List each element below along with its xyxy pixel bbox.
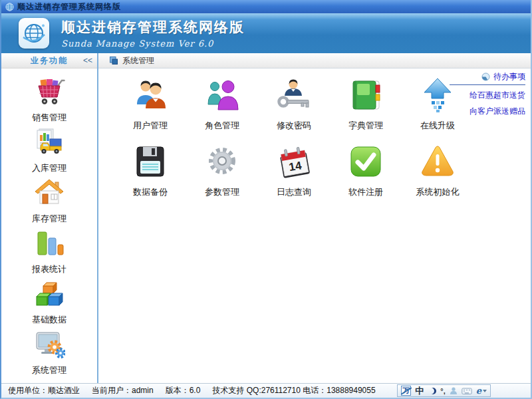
module-user-management[interactable]: 用户管理 bbox=[114, 76, 186, 131]
sidebar-item-label: 销售管理 bbox=[32, 112, 66, 124]
status-support: 技术支持 QQ:276112710 电话：13888949055 bbox=[212, 385, 375, 396]
sidebar-item-sales[interactable]: 销售管理 bbox=[1, 74, 97, 124]
calendar-day-number: 14 bbox=[288, 159, 303, 174]
todo-link-delivery[interactable]: 给百惠超市送货 bbox=[450, 90, 525, 101]
sidebar-item-label: 入库管理 bbox=[32, 162, 66, 174]
ime-options-icon: e bbox=[476, 386, 481, 396]
ime-language-toggle[interactable]: 中 bbox=[415, 385, 424, 397]
sidebar-item-system[interactable]: 系统管理 bbox=[1, 327, 97, 377]
module-label: 参数管理 bbox=[205, 186, 239, 198]
sidebar: 业务功能 << bbox=[1, 53, 98, 383]
cubes-icon bbox=[33, 277, 65, 312]
title-bar: 顺达进销存管理系统网络版 bbox=[1, 0, 531, 13]
dropdown-arrow-icon bbox=[483, 390, 487, 392]
module-role-management[interactable]: 角色管理 bbox=[186, 76, 258, 131]
module-change-password[interactable]: 修改密码 bbox=[258, 76, 330, 131]
page-subtitle: Sunda Manage System Ver 6.0 bbox=[61, 39, 245, 49]
documents-truck-icon bbox=[33, 126, 65, 160]
module-label: 字典管理 bbox=[348, 120, 383, 132]
sidebar-item-label: 报表统计 bbox=[32, 263, 66, 275]
ime-options-button[interactable]: e bbox=[476, 386, 487, 396]
warning-triangle-icon bbox=[419, 143, 456, 183]
calendar-icon: 14 bbox=[275, 143, 313, 183]
window-tab-icon bbox=[109, 56, 118, 65]
app-window: 顺达进销存管理系统网络版 顺达进销存管理系统网络版 Sunda Manage S… bbox=[0, 0, 532, 399]
sidebar-item-inventory[interactable]: 库存管理 bbox=[1, 175, 97, 225]
module-label: 在线升级 bbox=[420, 120, 455, 132]
house-icon bbox=[33, 176, 65, 211]
users-icon bbox=[132, 76, 169, 116]
module-label: 系统初始化 bbox=[416, 186, 460, 198]
module-label: 用户管理 bbox=[133, 120, 168, 132]
check-mark-icon bbox=[347, 143, 384, 183]
module-software-register[interactable]: 软件注册 bbox=[330, 143, 402, 198]
module-icon-grid: 用户管理 角色管理 bbox=[114, 76, 473, 198]
header-text: 顺达进销存管理系统网络版 Sunda Manage System Ver 6.0 bbox=[61, 18, 245, 49]
app-header: 顺达进销存管理系统网络版 Sunda Manage System Ver 6.0 bbox=[1, 13, 531, 53]
tab-bar: 系统管理 bbox=[98, 53, 531, 68]
todo-title-link[interactable]: 待办事项 bbox=[450, 71, 525, 85]
sidebar-item-basedata[interactable]: 基础数据 bbox=[1, 276, 97, 327]
module-label: 修改密码 bbox=[277, 120, 311, 132]
sidebar-header: 业务功能 << bbox=[1, 53, 97, 68]
module-label: 角色管理 bbox=[205, 120, 239, 132]
module-label: 日志查询 bbox=[277, 186, 311, 198]
status-version: 版本：6.0 bbox=[166, 385, 201, 396]
ime-language-bar: 万 中 °, e bbox=[397, 384, 491, 397]
status-bar: 使用单位：顺达酒业 当前用户：admin 版本：6.0 技术支持 QQ:2761… bbox=[1, 383, 531, 398]
sidebar-item-label: 库存管理 bbox=[32, 213, 66, 225]
app-logo-icon bbox=[19, 18, 49, 49]
todo-panel: 待办事项 给百惠超市送货 向客户派送赠品 bbox=[450, 71, 525, 117]
shopping-cart-icon bbox=[33, 75, 65, 110]
floppy-disk-icon bbox=[132, 143, 169, 183]
body-row: 业务功能 << bbox=[1, 53, 531, 383]
content-area: 用户管理 角色管理 bbox=[98, 68, 531, 383]
module-system-initialize[interactable]: 系统初始化 bbox=[402, 143, 473, 198]
main-panel: 系统管理 bbox=[98, 53, 531, 383]
module-dictionary-management[interactable]: 字典管理 bbox=[330, 76, 402, 131]
module-data-backup[interactable]: 数据备份 bbox=[114, 143, 186, 198]
green-book-icon bbox=[347, 76, 384, 116]
status-current-user: 当前用户：admin bbox=[92, 385, 154, 396]
ime-fullwidth-toggle[interactable]: 万 bbox=[401, 386, 411, 396]
sidebar-item-reports[interactable]: 报表统计 bbox=[1, 225, 97, 276]
todo-title-label: 待办事项 bbox=[493, 71, 525, 82]
module-label: 软件注册 bbox=[348, 186, 383, 198]
ime-user-icon[interactable] bbox=[450, 387, 458, 395]
module-label: 数据备份 bbox=[133, 186, 168, 198]
tab-system-management[interactable]: 系统管理 bbox=[102, 53, 161, 68]
ime-punctuation-toggle[interactable]: °, bbox=[440, 387, 445, 395]
module-log-query[interactable]: 14 日志查询 bbox=[258, 143, 330, 198]
app-globe-icon bbox=[5, 3, 14, 11]
window-title: 顺达进销存管理系统网络版 bbox=[17, 1, 121, 13]
user-key-icon bbox=[275, 76, 313, 116]
collapse-sidebar-button[interactable]: << bbox=[83, 56, 92, 65]
role-figures-icon bbox=[203, 76, 241, 116]
gear-icon bbox=[203, 143, 241, 183]
tab-label: 系统管理 bbox=[122, 55, 154, 66]
sidebar-item-inbound[interactable]: 入库管理 bbox=[1, 124, 97, 175]
ime-shape-moon-icon[interactable] bbox=[428, 388, 434, 394]
page-title: 顺达进销存管理系统网络版 bbox=[61, 18, 245, 37]
sidebar-item-label: 基础数据 bbox=[32, 314, 66, 326]
ime-keyboard-icon[interactable] bbox=[462, 387, 472, 395]
sidebar-title: 业务功能 bbox=[31, 55, 68, 66]
sidebar-item-label: 系统管理 bbox=[32, 364, 66, 376]
bar-chart-icon bbox=[33, 227, 65, 261]
status-company: 使用单位：顺达酒业 bbox=[8, 385, 80, 396]
todo-link-gifts[interactable]: 向客户派送赠品 bbox=[450, 106, 525, 117]
module-parameter-management[interactable]: 参数管理 bbox=[186, 143, 258, 198]
sidebar-list: 销售管理 bbox=[1, 68, 97, 383]
pie-clock-icon bbox=[481, 72, 490, 81]
monitor-gears-icon bbox=[33, 328, 65, 362]
